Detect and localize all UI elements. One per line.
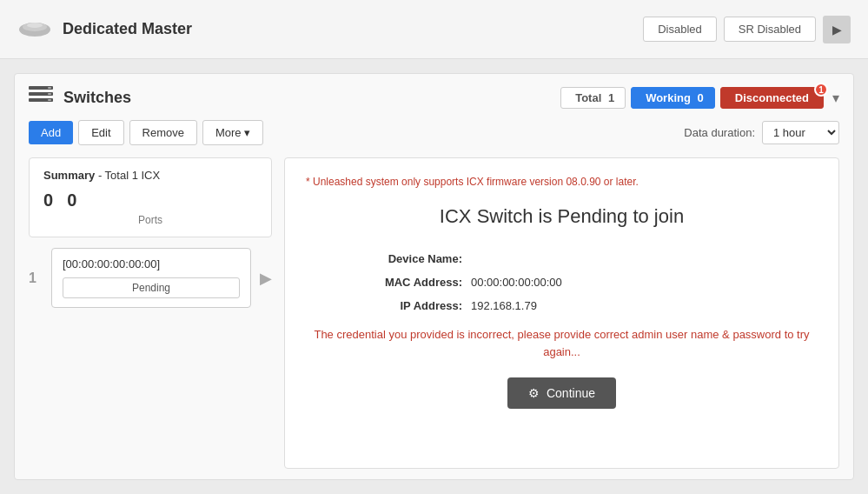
play-icon: ▶ <box>832 23 842 37</box>
disabled-button[interactable]: Disabled <box>643 17 717 42</box>
ip-label: IP Address: <box>358 299 462 312</box>
remove-button[interactable]: Remove <box>129 120 197 145</box>
toolbar-right: Data duration: 1 hour 4 hours 8 hours 24… <box>684 121 839 144</box>
more-button[interactable]: More ▾ <box>202 120 263 145</box>
sr-disabled-button[interactable]: SR Disabled <box>724 17 816 42</box>
mac-label: MAC Address: <box>358 276 462 289</box>
summary-subtitle: - Total 1 ICX <box>98 169 160 182</box>
ip-value: 192.168.1.79 <box>471 299 537 312</box>
panel-title: ICX Switch is Pending to join <box>306 205 818 228</box>
stat-working: Working 0 <box>631 87 715 109</box>
summary-count-2: 0 <box>67 190 76 210</box>
ip-row: IP Address: 192.168.1.79 <box>306 299 818 312</box>
stats-dropdown-icon[interactable]: ▾ <box>832 90 839 106</box>
svg-point-2 <box>27 23 43 28</box>
total-label: Total <box>575 91 601 104</box>
right-panel: * Unleashed system only supports ICX fir… <box>284 157 839 469</box>
content-area: Summary - Total 1 ICX 0 0 Ports <box>29 157 839 469</box>
data-duration-label: Data duration: <box>684 126 755 139</box>
gear-icon: ⚙ <box>528 386 540 400</box>
switches-header: Switches Total 1 Working 0 Disconnected … <box>29 86 839 110</box>
mac-value: 00:00:00:00:00:00 <box>471 276 562 289</box>
switch-arrow-icon: ▶ <box>260 269 272 288</box>
switch-row-1: 1 [00:00:00:00:00:00] Pending ▶ <box>29 248 272 308</box>
switches-stats: Total 1 Working 0 Disconnected 1 ▾ <box>560 87 839 109</box>
summary-box: Summary - Total 1 ICX 0 0 Ports <box>29 157 272 237</box>
switch-status: Pending <box>63 277 240 298</box>
disconnected-badge: 1 <box>814 83 828 97</box>
main-content: Switches Total 1 Working 0 Disconnected … <box>0 59 868 494</box>
switches-title: Switches <box>63 89 550 107</box>
header-buttons: Disabled SR Disabled ▶ <box>643 16 851 43</box>
switches-icon <box>29 86 53 110</box>
device-name-row: Device Name: <box>306 252 818 265</box>
summary-title: Summary - Total 1 ICX <box>43 169 257 182</box>
switch-card[interactable]: [00:00:00:00:00:00] Pending <box>51 248 251 308</box>
play-button[interactable]: ▶ <box>823 16 851 43</box>
edit-button[interactable]: Edit <box>78 120 123 145</box>
summary-count-1: 0 <box>43 190 53 210</box>
duration-select[interactable]: 1 hour 4 hours 8 hours 24 hours <box>762 121 839 144</box>
mac-row: MAC Address: 00:00:00:00:00:00 <box>306 276 818 289</box>
add-button[interactable]: Add <box>29 121 73 144</box>
switch-number: 1 <box>29 270 43 286</box>
continue-button[interactable]: ⚙ Continue <box>507 377 616 409</box>
continue-label: Continue <box>547 386 595 400</box>
count1-value: 0 <box>43 190 53 210</box>
svg-rect-7 <box>48 93 51 95</box>
app-logo-icon <box>17 17 52 41</box>
count2-value: 0 <box>67 190 76 210</box>
summary-bold: Summary <box>43 169 95 182</box>
app-title: Dedicated Master <box>63 20 633 38</box>
ports-label: Ports <box>43 214 257 226</box>
stat-total: Total 1 <box>560 87 626 109</box>
switch-mac: [00:00:00:00:00:00] <box>63 257 240 270</box>
total-value: 1 <box>608 91 614 104</box>
top-header: Dedicated Master Disabled SR Disabled ▶ <box>0 0 868 59</box>
working-value: 0 <box>698 91 704 104</box>
switches-panel: Switches Total 1 Working 0 Disconnected … <box>14 73 854 480</box>
stat-disconnected[interactable]: Disconnected 1 <box>720 87 824 109</box>
summary-counts: 0 0 <box>43 190 257 210</box>
working-label: Working <box>646 91 691 104</box>
left-panel: Summary - Total 1 ICX 0 0 Ports <box>29 157 272 469</box>
toolbar: Add Edit Remove More ▾ Data duration: 1 … <box>29 120 839 145</box>
error-text: The credential you provided is incorrect… <box>306 326 818 360</box>
device-name-label: Device Name: <box>358 252 462 265</box>
warning-text: * Unleashed system only supports ICX fir… <box>306 176 818 188</box>
svg-rect-6 <box>48 87 51 89</box>
svg-rect-8 <box>48 99 51 101</box>
disconnected-label: Disconnected <box>735 91 809 104</box>
